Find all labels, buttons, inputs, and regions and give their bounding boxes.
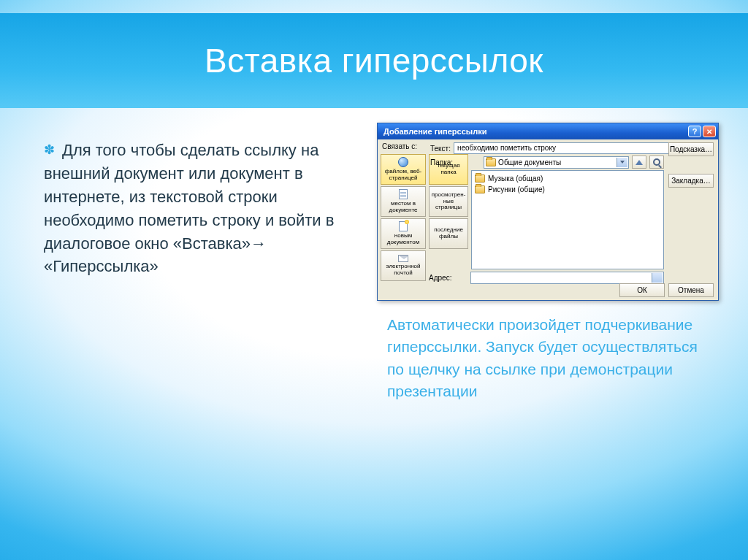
new-document-icon bbox=[399, 221, 408, 231]
folder-icon bbox=[486, 158, 496, 166]
connect-label: Связать с: bbox=[382, 142, 417, 150]
up-one-level-button[interactable] bbox=[632, 156, 646, 169]
titlebar-buttons: ? ✕ bbox=[688, 126, 716, 137]
dialog-bottom-buttons: ОК Отмена bbox=[619, 283, 714, 297]
browse-label: последние файлы bbox=[430, 227, 467, 240]
folder-icon bbox=[475, 174, 485, 183]
up-arrow-icon bbox=[636, 160, 643, 165]
help-button[interactable]: ? bbox=[688, 126, 701, 137]
address-row: Адрес: bbox=[471, 272, 664, 284]
browse-visited-pages[interactable]: просмотрен-ные страницы bbox=[429, 186, 468, 217]
browse-web-button[interactable] bbox=[649, 156, 664, 169]
dialog-title: Добавление гиперссылки bbox=[383, 127, 486, 136]
place-new-document[interactable]: новым документом bbox=[381, 218, 426, 249]
address-label: Адрес: bbox=[429, 274, 451, 282]
bullet-icon: ✽ bbox=[44, 140, 55, 159]
file-name: Рисунки (общие) bbox=[488, 185, 545, 193]
list-item[interactable]: Музыка (общая) bbox=[475, 173, 660, 184]
folder-dropdown[interactable]: Общие документы bbox=[484, 156, 629, 169]
bookmark-button[interactable]: Закладка… bbox=[668, 174, 714, 188]
folder-icon bbox=[475, 185, 485, 193]
screen-tip-button[interactable]: Подсказка… bbox=[668, 142, 714, 156]
place-in-document[interactable]: местом в документе bbox=[381, 186, 426, 217]
address-input[interactable] bbox=[470, 272, 664, 284]
place-label: электронной почтой bbox=[382, 264, 424, 277]
hyperlink-dialog: Добавление гиперссылки ? ✕ Связать с: фа… bbox=[377, 123, 719, 301]
folder-row: Папка: Общие документы bbox=[473, 156, 664, 169]
slide-left-paragraph: ✽Для того чтобы сделать ссылку на внешни… bbox=[44, 139, 351, 278]
cancel-button[interactable]: Отмена bbox=[668, 283, 714, 297]
title-band: Вставка гиперссылок bbox=[0, 13, 748, 108]
list-item[interactable]: Рисунки (общие) bbox=[475, 184, 660, 195]
mail-icon bbox=[398, 255, 408, 262]
chevron-down-icon bbox=[620, 161, 625, 164]
place-email[interactable]: электронной почтой bbox=[381, 250, 426, 281]
place-label: файлом, веб-страницей bbox=[382, 169, 424, 182]
folder-value: Общие документы bbox=[498, 158, 561, 166]
close-button[interactable]: ✕ bbox=[703, 126, 716, 137]
place-label: новым документом bbox=[382, 233, 424, 246]
file-name: Музыка (общая) bbox=[488, 174, 543, 183]
slide-title: Вставка гиперссылок bbox=[205, 41, 543, 80]
slide-right-paragraph: Автоматически произойдет подчеркивание г… bbox=[387, 314, 709, 403]
places-bar: Связать с: файлом, веб-страницей местом … bbox=[381, 154, 426, 281]
place-file-web[interactable]: файлом, веб-страницей bbox=[381, 154, 426, 185]
file-list[interactable]: Музыка (общая) Рисунки (общие) bbox=[471, 170, 664, 269]
browse-label: просмотрен-ные страницы bbox=[430, 192, 467, 211]
ok-button[interactable]: ОК bbox=[619, 283, 665, 297]
right-button-column: Подсказка… Закладка… bbox=[668, 142, 714, 188]
browse-bar: текущая папка просмотрен-ные страницы по… bbox=[429, 154, 468, 249]
dialog-body: Связать с: файлом, веб-страницей местом … bbox=[378, 139, 718, 300]
slide: Вставка гиперссылок ✽Для того чтобы сдел… bbox=[0, 0, 748, 560]
globe-icon bbox=[398, 157, 408, 167]
search-icon bbox=[653, 158, 660, 166]
dialog-titlebar[interactable]: Добавление гиперссылки ? ✕ bbox=[378, 123, 718, 139]
place-label: местом в документе bbox=[382, 201, 424, 214]
document-icon bbox=[399, 189, 408, 199]
chevron-down-icon bbox=[655, 276, 660, 279]
left-text-content: Для того чтобы сделать ссылку на внешний… bbox=[44, 141, 334, 275]
text-label: Текст: bbox=[430, 145, 451, 153]
folder-label: Папка: bbox=[430, 158, 453, 166]
browse-recent-files[interactable]: последние файлы bbox=[429, 218, 468, 249]
